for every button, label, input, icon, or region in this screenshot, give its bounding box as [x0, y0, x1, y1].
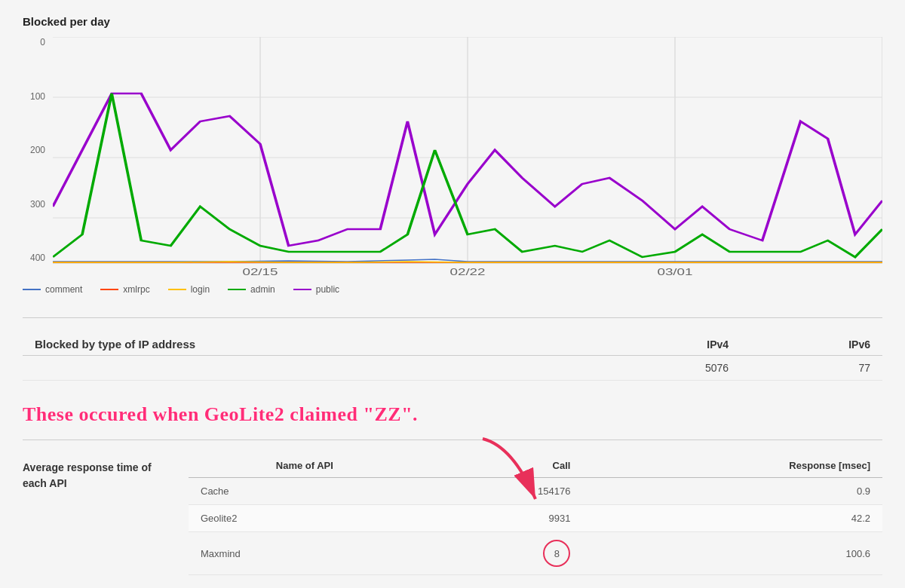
- legend-admin-label: admin: [250, 284, 275, 295]
- ipv4-value: 5076: [594, 356, 741, 381]
- api-row-geolite2: Geolite2 9931 42.2: [189, 505, 882, 532]
- api-name-geolite2: Geolite2: [189, 505, 421, 532]
- ip-table-title: Blocked by type of IP address: [23, 332, 594, 356]
- legend-login: login: [168, 284, 210, 295]
- divider-1: [23, 317, 882, 318]
- admin-line-icon: [228, 289, 246, 290]
- legend-public-label: public: [316, 284, 339, 295]
- public-line-icon: [293, 289, 311, 290]
- line-chart: 02/15 02/22 03/01: [53, 37, 882, 278]
- legend-admin: admin: [228, 284, 275, 295]
- api-response-header: Response [msec]: [582, 454, 882, 478]
- api-row-maxmind: Maxmind 8 100.6: [189, 532, 882, 575]
- legend-xmlrpc: xmlrpc: [100, 284, 149, 295]
- y-label-300: 300: [23, 199, 45, 210]
- api-name-header: Name of API: [189, 454, 421, 478]
- api-call-geolite2: 9931: [421, 505, 583, 532]
- y-label-200: 200: [23, 145, 45, 155]
- svg-text:02/15: 02/15: [242, 266, 278, 277]
- api-call-maxmind: 8: [421, 532, 583, 575]
- y-label-100: 100: [23, 91, 45, 102]
- ip-table: Blocked by type of IP address IPv4 IPv6 …: [23, 332, 882, 381]
- comment-line-icon: [23, 289, 41, 290]
- legend-comment: comment: [23, 284, 82, 295]
- api-response-maxmind: 100.6: [582, 532, 882, 575]
- api-response-cache: 0.9: [582, 478, 882, 505]
- legend-login-label: login: [191, 284, 210, 295]
- svg-text:03/01: 03/01: [657, 266, 692, 277]
- api-section: Average response time of each API Name o…: [23, 454, 882, 575]
- chart-legend: comment xmlrpc login admin public: [23, 284, 339, 295]
- legend-public: public: [293, 284, 339, 295]
- api-section-title: Average response time of each API: [23, 454, 189, 492]
- api-name-cache: Cache: [189, 478, 421, 505]
- blocked-per-day-title: Blocked per day: [23, 15, 882, 28]
- svg-text:02/22: 02/22: [449, 266, 485, 277]
- api-call-header: Call: [421, 454, 583, 478]
- legend-xmlrpc-label: xmlrpc: [123, 284, 149, 295]
- highlighted-value: 8: [543, 540, 570, 567]
- ip-row-label: [23, 356, 594, 381]
- api-table: Name of API Call Response [msec] Cache 1…: [189, 454, 882, 575]
- login-line-icon: [168, 289, 186, 290]
- y-label-400: 400: [23, 253, 45, 263]
- ipv6-header: IPv6: [741, 332, 882, 356]
- legend-comment-label: comment: [45, 284, 82, 295]
- api-name-maxmind: Maxmind: [189, 532, 421, 575]
- xmlrpc-line-icon: [100, 289, 118, 290]
- ipv6-value: 77: [741, 356, 882, 381]
- y-label-0: 0: [23, 37, 45, 47]
- api-row-cache: Cache 154176 0.9: [189, 478, 882, 505]
- api-call-cache: 154176: [421, 478, 583, 505]
- blocked-by-ip-section: Blocked by type of IP address IPv4 IPv6 …: [23, 332, 882, 381]
- annotation-text: These occured when GeoLite2 claimed "ZZ"…: [23, 403, 882, 426]
- api-response-geolite2: 42.2: [582, 505, 882, 532]
- ip-table-row: 5076 77: [23, 356, 882, 381]
- divider-2: [23, 439, 882, 440]
- y-axis-labels: 400 300 200 100 0: [23, 37, 53, 278]
- ipv4-header: IPv4: [594, 332, 741, 356]
